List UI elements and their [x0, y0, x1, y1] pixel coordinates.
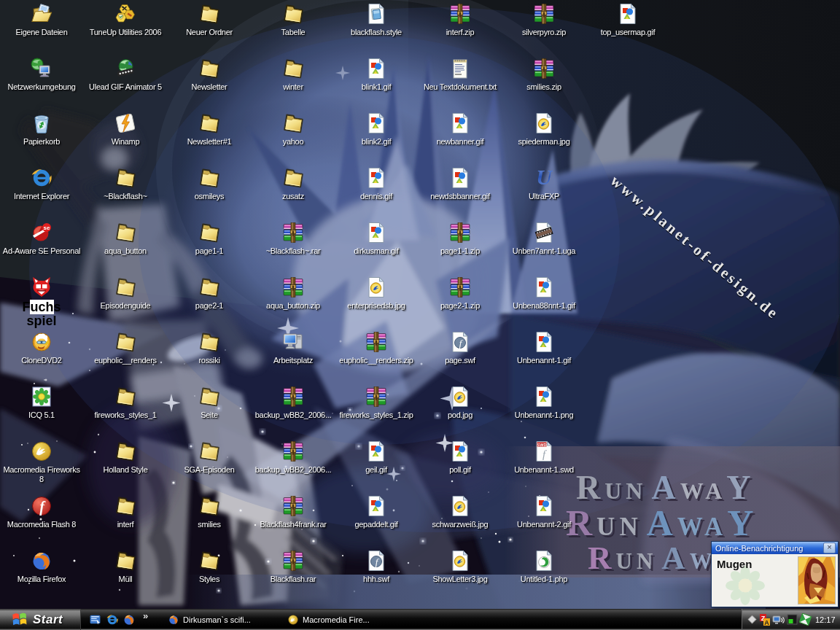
- svg-text:A: A: [764, 618, 769, 626]
